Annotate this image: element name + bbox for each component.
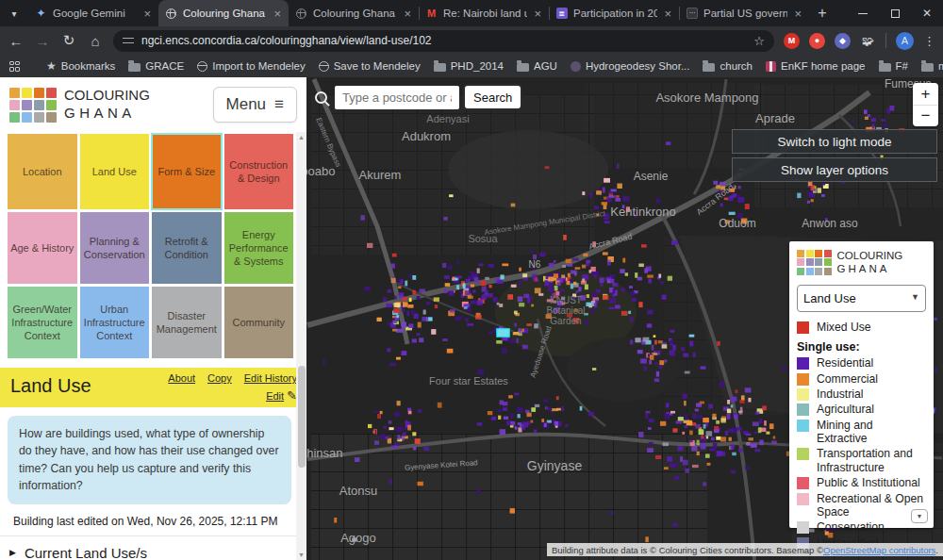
map-building[interactable] (645, 413, 648, 418)
zoom-out-button[interactable]: − (913, 105, 938, 126)
map-building[interactable] (677, 446, 683, 451)
map-building[interactable] (656, 371, 659, 377)
map-building[interactable] (601, 283, 604, 287)
map-building[interactable] (600, 278, 604, 284)
map-building[interactable] (477, 301, 483, 305)
map-building[interactable] (471, 301, 476, 305)
map-building[interactable] (482, 294, 487, 300)
map-building[interactable] (720, 382, 724, 387)
map-canvas[interactable]: Asokore MampongApradeFumesuaAdenyasiAduk… (306, 77, 943, 560)
map-building[interactable] (629, 286, 633, 288)
map-building[interactable] (671, 240, 678, 245)
map-building[interactable] (720, 418, 726, 422)
map-building[interactable] (502, 264, 508, 267)
map-building[interactable] (647, 448, 653, 453)
map-building[interactable] (738, 411, 742, 414)
map-building[interactable] (660, 282, 664, 285)
map-building[interactable] (502, 348, 507, 354)
map-building[interactable] (377, 414, 381, 419)
map-building[interactable] (724, 198, 728, 201)
map-building[interactable] (720, 436, 726, 441)
map-building[interactable] (683, 354, 688, 357)
map-building[interactable] (407, 305, 413, 308)
map-building[interactable] (418, 322, 422, 328)
bookmark-item[interactable]: ★Bookmarks (46, 59, 115, 73)
map-building[interactable] (717, 451, 722, 456)
tile-form-size[interactable]: Form & Size (152, 134, 222, 209)
map-building[interactable] (664, 467, 669, 469)
map-building[interactable] (402, 309, 405, 312)
map-building[interactable] (685, 425, 687, 428)
map-building[interactable] (701, 435, 703, 438)
map-building[interactable] (701, 367, 706, 370)
selected-building[interactable] (497, 329, 509, 337)
tile-disaster-management[interactable]: Disaster Management (152, 287, 222, 358)
map-building[interactable] (617, 184, 622, 189)
window-minimize-button[interactable] (847, 0, 879, 26)
map-building[interactable] (623, 196, 630, 202)
map-building[interactable] (476, 489, 480, 494)
map-building[interactable] (419, 338, 423, 342)
map-building[interactable] (535, 404, 539, 407)
scroll-up-icon[interactable]: ▲ (296, 132, 306, 142)
map-building[interactable] (586, 260, 590, 264)
map-building[interactable] (758, 427, 762, 433)
map-building[interactable] (720, 203, 723, 206)
map-building[interactable] (422, 317, 428, 321)
map-building[interactable] (468, 307, 472, 312)
map-building[interactable] (412, 338, 417, 342)
browser-tab[interactable]: MRe: Nairobi land use da× (419, 0, 549, 26)
map-building[interactable] (516, 338, 519, 343)
map-building[interactable] (658, 274, 661, 278)
tab-close-icon[interactable]: × (142, 7, 152, 21)
map-building[interactable] (323, 359, 325, 365)
map-building[interactable] (621, 311, 628, 316)
map-building[interactable] (732, 453, 736, 456)
map-building[interactable] (871, 118, 876, 122)
map-building[interactable] (368, 424, 372, 428)
map-building[interactable] (423, 310, 426, 315)
map-building[interactable] (549, 263, 554, 267)
map-building[interactable] (731, 470, 736, 474)
map-building[interactable] (372, 431, 375, 434)
map-building[interactable] (442, 263, 446, 268)
map-building[interactable] (698, 415, 703, 419)
map-building[interactable] (388, 289, 392, 293)
map-building[interactable] (474, 277, 479, 282)
map-building[interactable] (604, 221, 610, 223)
map-building[interactable] (531, 420, 534, 423)
link-about[interactable]: About (168, 372, 195, 384)
map-building[interactable] (402, 351, 407, 355)
map-building[interactable] (654, 378, 659, 382)
map-building[interactable] (759, 419, 762, 423)
map-building[interactable] (402, 321, 406, 327)
map-building[interactable] (566, 259, 571, 263)
map-building[interactable] (443, 217, 447, 221)
map-building[interactable] (607, 260, 611, 266)
map-building[interactable] (500, 429, 506, 435)
map-building[interactable] (638, 302, 642, 307)
map-building[interactable] (468, 296, 473, 299)
map-building[interactable] (604, 178, 610, 183)
link-copy[interactable]: Copy (207, 372, 232, 384)
map-building[interactable] (603, 295, 609, 300)
reload-icon[interactable]: ↻ (60, 32, 77, 49)
bookmark-item[interactable]: Save to Mendeley (319, 60, 421, 72)
map-building[interactable] (383, 426, 387, 429)
map-building[interactable] (557, 282, 561, 286)
map-building[interactable] (637, 350, 643, 354)
map-building[interactable] (609, 307, 615, 310)
light-mode-button[interactable]: Switch to light mode (732, 129, 937, 154)
map-building[interactable] (477, 370, 484, 374)
map-building[interactable] (576, 290, 579, 293)
tile-construction-design[interactable]: Construction & Design (224, 134, 294, 209)
bookmark-item[interactable]: Hydrogeodesy Shor... (571, 60, 690, 72)
map-building[interactable] (716, 420, 720, 424)
map-building[interactable] (389, 427, 394, 430)
map-building[interactable] (672, 345, 676, 351)
osm-link[interactable]: OpenStreetMap contributors (823, 545, 935, 555)
map-building[interactable] (535, 277, 538, 281)
map-building[interactable] (498, 416, 501, 420)
map-building[interactable] (562, 265, 566, 268)
map-building[interactable] (515, 426, 518, 430)
